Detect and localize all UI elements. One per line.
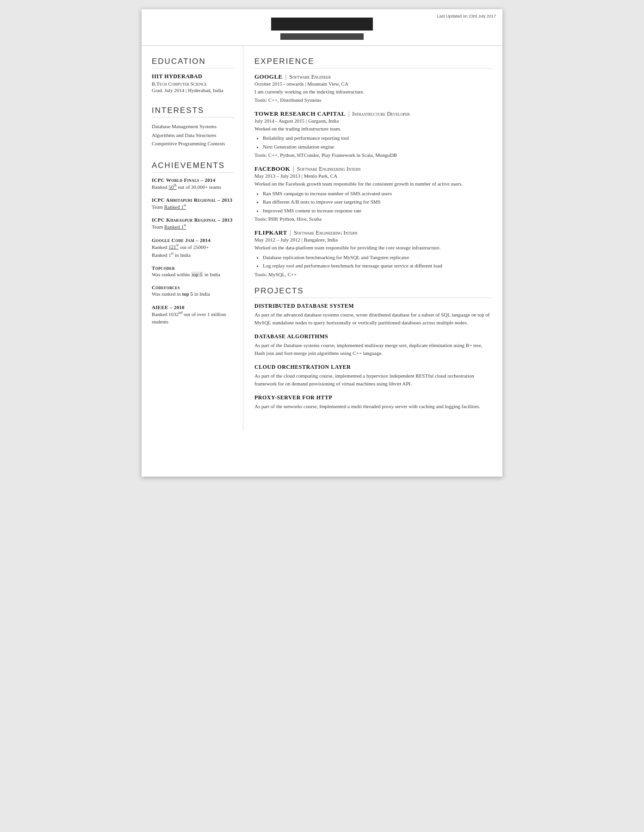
project-item: DISTRIBUTED DATABASE SYSTEM As part of t…: [254, 303, 492, 327]
exp-bullets: Reliability and performance reporting to…: [263, 134, 492, 150]
achievement-title: ICPC Kharagpur Regional – 2013: [152, 217, 235, 223]
achievements-title: ACHIEVEMENTS: [152, 161, 235, 173]
achievement-desc: Was ranked within top 5 in India: [152, 271, 235, 279]
ranked-highlight: 50th: [168, 184, 176, 190]
main-content: EDUCATION IIIT HYDERABAD B.Tech Computer…: [142, 46, 502, 431]
interest-item: Algorithms and Data Structures: [152, 131, 235, 140]
exp-header: TOWER RESEARCH CAPITAL | Infrastructure …: [254, 110, 492, 118]
exp-desc: Worked on the data-platform team respons…: [254, 244, 492, 252]
ranked-highlight: 121st: [168, 244, 179, 249]
bullet-item: Database replication benchmarking for My…: [263, 254, 492, 261]
bullet-item: Reliability and performance reporting to…: [263, 134, 492, 142]
education-degree: B.Tech Computer Science: [152, 81, 235, 87]
pipe: |: [348, 111, 349, 118]
bullet-item: Log replay tool and performance benchmar…: [263, 262, 492, 270]
exp-google: GOOGLE | Software Engineer October 2015 …: [254, 73, 492, 103]
education-grad: Grad. July 2014 | Hyderabad, India: [152, 87, 235, 93]
exp-role: Software Engineering Intern: [294, 230, 358, 236]
company-name: FLIPKART: [254, 229, 287, 236]
achievement-desc: Ranked 50th out of 30,000+ teams: [152, 183, 235, 191]
pipe: |: [293, 166, 294, 173]
exp-tools: Tools: MySQL, C++: [254, 272, 492, 277]
project-name: PROXY-SERVER FOR HTTP: [254, 394, 492, 401]
exp-tower: TOWER RESEARCH CAPITAL | Infrastructure …: [254, 110, 492, 158]
achievement-desc2: Ranked 1st in India: [152, 251, 235, 259]
exp-header: FLIPKART | Software Engineering Intern: [254, 229, 492, 236]
exp-bullets: Database replication benchmarking for My…: [263, 254, 492, 270]
achievement-desc: Ranked 121st out of 25000+: [152, 243, 235, 251]
top5-highlight: top 5: [191, 272, 203, 277]
project-desc: As part of the cloud computing course, i…: [254, 372, 492, 388]
achievement-desc: Team Ranked 1st: [152, 203, 235, 211]
education-title: EDUCATION: [152, 57, 235, 68]
left-column: EDUCATION IIIT HYDERABAD B.Tech Computer…: [142, 46, 243, 431]
project-desc: As part of the advanced database systems…: [254, 311, 492, 327]
project-desc: As part of the Database systems course, …: [254, 341, 492, 357]
projects-title: PROJECTS: [254, 286, 492, 298]
pipe: |: [285, 74, 286, 81]
company-name: TOWER RESEARCH CAPITAL: [254, 110, 346, 118]
resume-page: Last Updated on 23rd July 2017 EDUCATION…: [142, 9, 502, 477]
achievement-title: ICPC Amritapuri Regional – 2013: [152, 197, 235, 203]
ranked-highlight: Ranked 1st: [164, 224, 186, 230]
exp-desc: Worked on the trading infrastructure tea…: [254, 125, 492, 133]
achievement-title: Codeforces: [152, 285, 235, 290]
exp-tools: Tools: PHP, Python, Hive, Scuba: [254, 216, 492, 222]
exp-dates: May 2012 – July 2012 | Bangalore, India: [254, 237, 492, 242]
experience-section: EXPERIENCE GOOGLE | Software Engineer Oc…: [254, 57, 492, 277]
project-item: DATABASE ALGORITHMS As part of the Datab…: [254, 333, 492, 357]
exp-tools: Tools: C++, Python, HTCondor, Play Frame…: [254, 152, 492, 158]
project-name: CLOUD ORCHESTRATION LAYER: [254, 364, 492, 371]
exp-dates: October 2015 - onwards | Mountain View, …: [254, 81, 492, 87]
right-column: EXPERIENCE GOOGLE | Software Engineer Oc…: [243, 46, 502, 431]
bullet-item: Next Generation simulation engine: [263, 143, 492, 151]
last-updated-label: Last Updated on 23rd July 2017: [437, 14, 496, 19]
achievement-desc: Team Ranked 1st: [152, 223, 235, 230]
experience-title: EXPERIENCE: [254, 57, 492, 68]
achievements-section: ACHIEVEMENTS ICPC World Finals – 2014 Ra…: [152, 161, 235, 325]
bullet-item: Ran different A/B tests to improve user …: [263, 198, 492, 206]
project-desc: As part of the networks course, Implemen…: [254, 403, 492, 410]
achievement-item: ICPC Kharagpur Regional – 2013 Team Rank…: [152, 217, 235, 230]
interest-item: Competitive Programming Contests: [152, 139, 235, 148]
exp-desc: I am currently working on the indexing i…: [254, 88, 492, 96]
achievement-item: Google Code Jam – 2014 Ranked 121st out …: [152, 237, 235, 259]
achievement-title: Google Code Jam – 2014: [152, 237, 235, 243]
exp-flipkart: FLIPKART | Software Engineering Intern M…: [254, 229, 492, 277]
project-item: PROXY-SERVER FOR HTTP As part of the net…: [254, 394, 492, 410]
interests-section: INTERESTS Database Management Systems Al…: [152, 106, 235, 148]
achievement-item: Codeforces Was ranked in top 5 in India: [152, 285, 235, 298]
exp-facebook: FACEBOOK | Software Engineering Intern M…: [254, 165, 492, 222]
exp-role: Software Engineering Intern: [297, 166, 361, 173]
exp-dates: July 2014 - August 2015 | Gurgaon, India: [254, 118, 492, 124]
company-name: GOOGLE: [254, 73, 283, 81]
achievement-desc: Ranked 1032nd out of over 1 million stud…: [152, 310, 235, 326]
exp-header: FACEBOOK | Software Engineering Intern: [254, 165, 492, 173]
interest-item: Database Management Systems: [152, 122, 235, 131]
achievement-item: Topcoder Was ranked within top 5 in Indi…: [152, 265, 235, 279]
achievement-title: AIEEE – 2010: [152, 304, 235, 310]
ranked-highlight: Ranked 1st: [164, 204, 186, 210]
company-name: FACEBOOK: [254, 165, 290, 173]
header-subtitle-image: [280, 33, 364, 40]
education-school: IIIT HYDERABAD: [152, 73, 235, 80]
project-item: CLOUD ORCHESTRATION LAYER As part of the…: [254, 364, 492, 388]
achievement-item: ICPC Amritapuri Regional – 2013 Team Ran…: [152, 197, 235, 211]
bullet-item: Ran SMS campaign to increase number of S…: [263, 190, 492, 198]
top5-bold: top 5: [182, 291, 193, 297]
bullet-item: Improved SMS content to increase respons…: [263, 207, 492, 215]
project-name: DATABASE ALGORITHMS: [254, 333, 492, 340]
exp-desc: Worked on the Facebook growth team respo…: [254, 180, 492, 188]
projects-section: PROJECTS DISTRIBUTED DATABASE SYSTEM As …: [254, 286, 492, 410]
exp-role: Software Engineer: [289, 74, 331, 81]
achievement-item: ICPC World Finals – 2014 Ranked 50th out…: [152, 177, 235, 191]
achievement-item: AIEEE – 2010 Ranked 1032nd out of over 1…: [152, 304, 235, 326]
achievement-title: Topcoder: [152, 265, 235, 271]
header-name-image: [271, 18, 373, 31]
exp-header: GOOGLE | Software Engineer: [254, 73, 492, 81]
achievement-desc: Was ranked in top 5 in India: [152, 290, 235, 298]
pipe: |: [290, 230, 291, 236]
interests-list: Database Management Systems Algorithms a…: [152, 122, 235, 148]
project-name: DISTRIBUTED DATABASE SYSTEM: [254, 303, 492, 310]
exp-bullets: Ran SMS campaign to increase number of S…: [263, 190, 492, 215]
